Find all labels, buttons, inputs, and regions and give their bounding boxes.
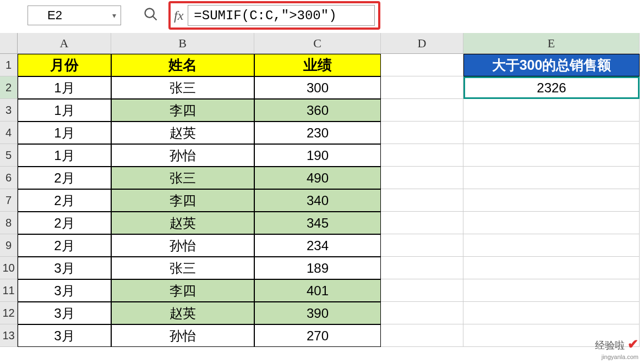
cell-perf[interactable]: 345 <box>254 212 381 234</box>
header-total[interactable]: 大于300的总销售额 <box>463 54 640 76</box>
col-header-b[interactable]: B <box>111 33 254 54</box>
row-header[interactable]: 6 <box>0 167 18 189</box>
cell-month[interactable]: 3月 <box>18 324 111 347</box>
header-month[interactable]: 月份 <box>18 54 111 76</box>
header-performance[interactable]: 业绩 <box>254 54 381 76</box>
cell[interactable] <box>381 302 463 324</box>
cell[interactable] <box>381 257 463 279</box>
cell-perf[interactable]: 401 <box>254 279 381 302</box>
cell[interactable] <box>463 302 640 324</box>
cell[interactable] <box>381 167 463 189</box>
cell-name[interactable]: 孙怡 <box>111 324 254 347</box>
row-header[interactable]: 9 <box>0 234 18 257</box>
spreadsheet-grid: 1 2 3 4 5 6 7 8 9 10 11 12 13 A B C D E … <box>0 33 644 347</box>
grid-body: A B C D E 月份 姓名 业绩 大于300的总销售额 1月 张三 300 … <box>18 33 644 347</box>
cell-perf[interactable]: 234 <box>254 234 381 257</box>
cell-perf[interactable]: 270 <box>254 324 381 347</box>
row-header[interactable]: 13 <box>0 324 18 347</box>
header-name[interactable]: 姓名 <box>111 54 254 76</box>
row-header[interactable]: 3 <box>0 99 18 122</box>
row-header-area: 1 2 3 4 5 6 7 8 9 10 11 12 13 <box>0 33 18 347</box>
cell-name[interactable]: 赵英 <box>111 122 254 144</box>
watermark: 经验啦 ✔ jingyanla.com <box>595 338 638 361</box>
row-header[interactable]: 4 <box>0 122 18 144</box>
cell-name[interactable]: 孙怡 <box>111 234 254 257</box>
cell[interactable] <box>381 279 463 302</box>
active-cell[interactable]: 2326 <box>463 76 640 99</box>
cell-name[interactable]: 李四 <box>111 189 254 212</box>
formula-bar: E2 ▾ fx <box>0 0 644 33</box>
formula-highlight-box: fx <box>168 1 380 30</box>
cell-month[interactable]: 1月 <box>18 122 111 144</box>
cell[interactable] <box>381 54 463 76</box>
row-header[interactable]: 1 <box>0 54 18 76</box>
svg-line-1 <box>153 16 157 20</box>
row-header[interactable]: 8 <box>0 212 18 234</box>
cell-name[interactable]: 孙怡 <box>111 144 254 167</box>
cell[interactable] <box>463 279 640 302</box>
cell-month[interactable]: 1月 <box>18 144 111 167</box>
col-header-d[interactable]: D <box>381 33 463 54</box>
cell-perf[interactable]: 190 <box>254 144 381 167</box>
cell[interactable] <box>381 122 463 144</box>
cell[interactable] <box>463 122 640 144</box>
formula-input[interactable] <box>188 5 375 26</box>
cell-month[interactable]: 1月 <box>18 99 111 122</box>
cell[interactable] <box>381 189 463 212</box>
cell-name[interactable]: 张三 <box>111 167 254 189</box>
dropdown-icon[interactable]: ▾ <box>112 11 116 20</box>
cell[interactable] <box>463 189 640 212</box>
cell[interactable] <box>381 234 463 257</box>
cell[interactable] <box>463 212 640 234</box>
cell[interactable] <box>463 234 640 257</box>
name-box[interactable]: E2 ▾ <box>28 5 121 25</box>
cell-perf[interactable]: 390 <box>254 302 381 324</box>
cell-perf[interactable]: 189 <box>254 257 381 279</box>
cell[interactable] <box>463 167 640 189</box>
cell-month[interactable]: 2月 <box>18 189 111 212</box>
svg-point-0 <box>145 9 154 18</box>
watermark-text: 经验啦 <box>595 340 625 351</box>
row-header[interactable]: 11 <box>0 279 18 302</box>
row-header[interactable]: 12 <box>0 302 18 324</box>
row-header[interactable]: 7 <box>0 189 18 212</box>
cell[interactable] <box>463 144 640 167</box>
cell-name[interactable]: 张三 <box>111 76 254 99</box>
cell-name[interactable]: 李四 <box>111 99 254 122</box>
cell-month[interactable]: 3月 <box>18 279 111 302</box>
search-icon[interactable] <box>143 7 159 24</box>
row-header[interactable]: 5 <box>0 144 18 167</box>
cell[interactable] <box>381 324 463 347</box>
cell[interactable] <box>463 257 640 279</box>
col-header-a[interactable]: A <box>18 33 111 54</box>
cell-perf[interactable]: 490 <box>254 167 381 189</box>
cell-name[interactable]: 赵英 <box>111 302 254 324</box>
cell-month[interactable]: 2月 <box>18 234 111 257</box>
cell-perf[interactable]: 340 <box>254 189 381 212</box>
fx-icon[interactable]: fx <box>174 8 183 23</box>
cell-name[interactable]: 李四 <box>111 279 254 302</box>
check-icon: ✔ <box>627 337 638 351</box>
column-header-row: A B C D E <box>18 33 644 54</box>
col-header-c[interactable]: C <box>254 33 381 54</box>
cell-month[interactable]: 3月 <box>18 257 111 279</box>
cell-perf[interactable]: 230 <box>254 122 381 144</box>
cell-month[interactable]: 2月 <box>18 167 111 189</box>
cell[interactable] <box>381 212 463 234</box>
cell-perf[interactable]: 360 <box>254 99 381 122</box>
cell-name[interactable]: 张三 <box>111 257 254 279</box>
watermark-sub: jingyanla.com <box>602 354 638 360</box>
row-header[interactable]: 10 <box>0 257 18 279</box>
row-header[interactable]: 2 <box>0 76 18 99</box>
cell-month[interactable]: 2月 <box>18 212 111 234</box>
cell-month[interactable]: 1月 <box>18 76 111 99</box>
select-all-corner[interactable] <box>0 33 18 54</box>
cell[interactable] <box>381 99 463 122</box>
cell[interactable] <box>463 99 640 122</box>
cell-perf[interactable]: 300 <box>254 76 381 99</box>
cell[interactable] <box>381 144 463 167</box>
cell-month[interactable]: 3月 <box>18 302 111 324</box>
col-header-e[interactable]: E <box>463 33 640 54</box>
cell-name[interactable]: 赵英 <box>111 212 254 234</box>
cell[interactable] <box>381 76 463 99</box>
